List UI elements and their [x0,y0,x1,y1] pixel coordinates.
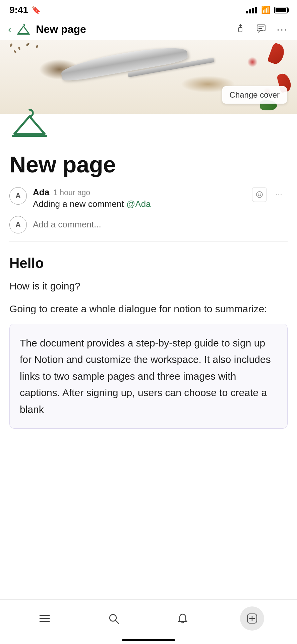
page-icon [16,22,31,37]
svg-rect-1 [239,28,242,32]
add-page-button[interactable] [240,606,264,631]
share-button[interactable] [234,21,247,37]
comment-more-button[interactable]: ··· [270,187,288,202]
body-section: Hello How is it going? Going to create a… [9,255,288,429]
comment-button[interactable] [254,21,268,37]
paragraph-2: Going to create a whole dialogue for not… [9,301,288,317]
status-time: 9:41 [9,5,28,15]
commenter-avatar: A [9,187,27,205]
back-button[interactable]: ‹ [8,24,11,35]
svg-point-6 [256,192,262,198]
nav-title: New page [36,23,86,36]
comments-section: A Ada 1 hour ago Adding a new comment @A… [9,187,288,242]
bottom-nav [0,599,297,644]
comment-text: Adding a new comment @Ada [33,199,246,209]
add-comment-row: A [9,216,288,233]
svg-point-8 [260,194,261,194]
comment-header: Ada 1 hour ago [33,187,246,198]
paragraph-1: How is it going? [9,278,288,294]
comment-mention: @Ada [126,199,151,209]
heading-hello: Hello [9,255,288,271]
notification-button[interactable] [171,608,194,629]
current-user-avatar: A [9,216,27,233]
comment-actions: ··· [252,187,288,202]
status-icons: 📶 [246,6,288,14]
summary-text: The document provides a step-by-step gui… [20,335,277,418]
reaction-button[interactable] [252,187,267,202]
menu-button[interactable] [33,608,56,629]
bookmark-icon: 🔖 [32,6,41,14]
comment-body: Ada 1 hour ago Adding a new comment @Ada [33,187,246,209]
wifi-icon: 📶 [261,6,270,14]
svg-point-7 [258,194,259,194]
change-cover-button[interactable]: Change cover [222,86,287,104]
signal-icon [246,7,257,13]
comment-item: A Ada 1 hour ago Adding a new comment @A… [9,187,288,209]
svg-line-13 [115,620,119,624]
page-content: New page A Ada 1 hour ago Adding a new c… [0,152,297,429]
page-icon-overlay [9,104,297,145]
nav-left: ‹ New page [8,22,86,37]
nav-right: ··· [234,21,289,37]
search-button[interactable] [102,608,125,629]
comment-time: 1 hour ago [53,188,90,197]
cover-image: Change cover [0,40,297,114]
comment-author: Ada [33,187,49,198]
home-indicator [122,639,175,641]
hanger-icon-large [9,104,50,144]
status-bar: 9:41 🔖 📶 [0,0,297,19]
more-button[interactable]: ··· [275,22,289,37]
battery-icon [274,7,288,13]
summary-box: The document provides a step-by-step gui… [9,324,288,429]
nav-bar: ‹ New page ··· [0,19,297,40]
add-comment-input[interactable] [33,216,288,233]
page-title: New page [9,152,288,177]
